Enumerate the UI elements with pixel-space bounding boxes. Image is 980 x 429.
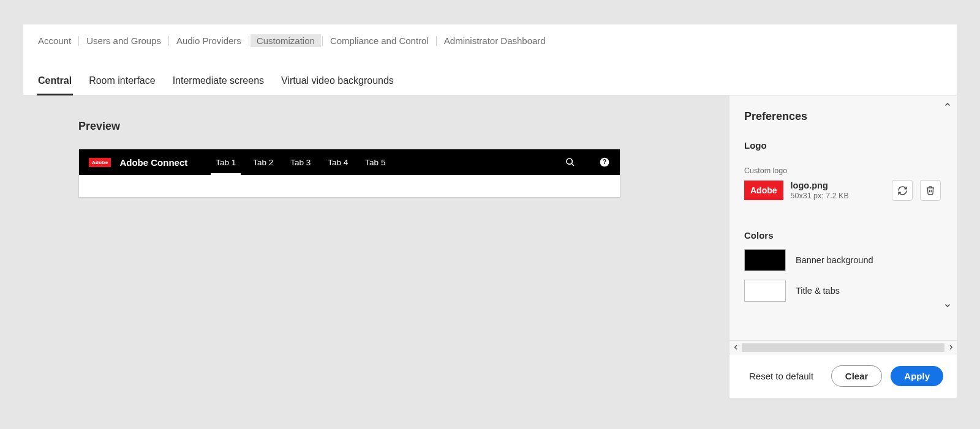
preview-frame: Adobe Adobe Connect Tab 1 Tab 2 Tab 3 Ta… [78,149,620,198]
top-nav-users-groups[interactable]: Users and Groups [80,34,167,47]
horizontal-scrollbar[interactable] [729,340,957,354]
nav-divider [436,36,437,46]
nav-divider [322,36,323,46]
preview-tab-2[interactable]: Tab 2 [244,149,282,175]
scroll-left-icon[interactable] [729,341,742,354]
top-nav-compliance-control[interactable]: Compliance and Control [324,34,435,47]
color-swatch-banner-bg[interactable] [744,249,786,271]
preview-area: Preview Adobe Adobe Connect Tab 1 Tab 2 … [23,95,729,398]
scroll-right-icon[interactable] [944,341,957,354]
top-nav: Account Users and Groups Audio Providers… [23,24,957,50]
top-nav-audio-providers[interactable]: Audio Providers [170,34,247,47]
color-swatch-title-tabs[interactable] [744,280,786,302]
sub-tab-virtual-video-backgrounds[interactable]: Virtual video backgrounds [280,75,395,95]
preferences-title: Preferences [744,110,941,123]
top-nav-admin-dashboard[interactable]: Administrator Dashboard [438,34,552,47]
color-row-title-tabs: Title & tabs [744,280,941,302]
top-nav-account[interactable]: Account [37,34,77,47]
sub-tab-room-interface[interactable]: Room interface [88,75,157,95]
nav-divider [249,36,249,46]
refresh-logo-button[interactable] [892,180,913,201]
nav-divider [168,36,169,46]
preview-tab-1[interactable]: Tab 1 [207,149,244,175]
apply-button[interactable]: Apply [891,366,943,386]
sub-tab-central[interactable]: Central [37,75,73,95]
preferences-scroll: Preferences Logo Custom logo Adobe logo.… [729,95,957,340]
sub-tab-intermediate-screens[interactable]: Intermediate screens [172,75,265,95]
refresh-icon [897,185,908,196]
svg-point-0 [567,159,572,164]
collapse-panel-icon[interactable] [942,99,953,110]
clear-button[interactable]: Clear [831,365,883,387]
reset-to-default-link[interactable]: Reset to default [749,371,813,381]
help-icon[interactable]: ? [599,157,610,168]
preview-app-name: Adobe Connect [119,157,187,168]
preferences-panel: Preferences Logo Custom logo Adobe logo.… [729,95,957,398]
nav-divider [78,36,79,46]
preview-tabs: Tab 1 Tab 2 Tab 3 Tab 4 Tab 5 [207,149,394,175]
scroll-down-icon[interactable] [942,300,953,311]
search-icon[interactable] [565,157,576,168]
custom-logo-label: Custom logo [744,166,941,175]
preview-tab-4[interactable]: Tab 4 [319,149,356,175]
color-label-title-tabs: Title & tabs [796,286,840,296]
preview-body [79,175,620,197]
color-row-banner-bg: Banner background [744,249,941,271]
trash-icon [925,185,935,195]
color-label-banner-bg: Banner background [796,255,873,265]
logo-dimensions: 50x31 px; 7.2 KB [791,192,884,200]
sub-tabs: Central Room interface Intermediate scre… [23,50,957,95]
svg-line-1 [571,163,574,166]
logo-filename: logo.png [791,181,884,190]
colors-section: Colors Banner background Title & tabs [744,230,941,302]
preview-banner: Adobe Adobe Connect Tab 1 Tab 2 Tab 3 Ta… [79,149,620,175]
svg-text:?: ? [603,159,606,165]
preview-title: Preview [78,120,674,133]
top-nav-customization[interactable]: Customization [251,34,321,47]
logo-row: Adobe logo.png 50x31 px; 7.2 KB [744,180,941,201]
preview-logo: Adobe [89,158,111,167]
preview-tab-5[interactable]: Tab 5 [356,149,394,175]
delete-logo-button[interactable] [920,180,941,201]
scroll-track[interactable] [742,343,944,352]
logo-thumbnail: Adobe [744,181,783,200]
body-area: Preview Adobe Adobe Connect Tab 1 Tab 2 … [23,95,957,398]
preview-tab-3[interactable]: Tab 3 [282,149,319,175]
logo-section-label: Logo [744,140,941,151]
main-panel: Account Users and Groups Audio Providers… [23,24,957,398]
colors-section-label: Colors [744,230,941,241]
preferences-footer: Reset to default Clear Apply [729,354,957,398]
logo-meta: logo.png 50x31 px; 7.2 KB [791,181,884,200]
